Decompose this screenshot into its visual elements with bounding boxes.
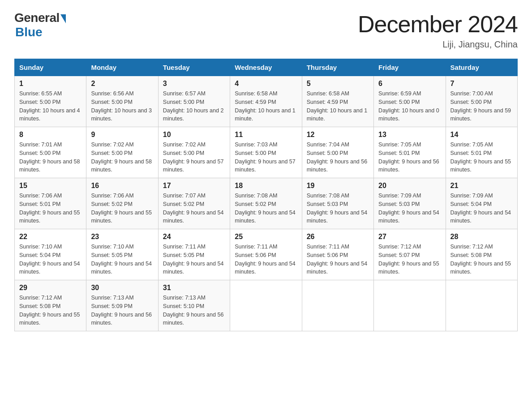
calendar-cell: 23 Sunrise: 7:10 AMSunset: 5:05 PMDaylig… xyxy=(86,229,158,280)
calendar-cell: 7 Sunrise: 7:00 AMSunset: 5:00 PMDayligh… xyxy=(446,76,517,127)
day-info: Sunrise: 7:09 AMSunset: 5:03 PMDaylight:… xyxy=(378,192,441,225)
day-number: 14 xyxy=(450,131,513,139)
calendar-cell: 21 Sunrise: 7:09 AMSunset: 5:04 PMDaylig… xyxy=(446,178,517,229)
day-info: Sunrise: 6:55 AMSunset: 5:00 PMDaylight:… xyxy=(19,90,82,123)
calendar-cell: 9 Sunrise: 7:02 AMSunset: 5:00 PMDayligh… xyxy=(86,127,158,178)
calendar-cell: 18 Sunrise: 7:08 AMSunset: 5:02 PMDaylig… xyxy=(230,178,302,229)
calendar-cell xyxy=(230,280,302,331)
calendar-cell: 19 Sunrise: 7:08 AMSunset: 5:03 PMDaylig… xyxy=(302,178,373,229)
day-info: Sunrise: 7:11 AMSunset: 5:05 PMDaylight:… xyxy=(163,243,225,276)
day-info: Sunrise: 7:05 AMSunset: 5:01 PMDaylight:… xyxy=(450,141,513,174)
calendar-cell: 22 Sunrise: 7:10 AMSunset: 5:04 PMDaylig… xyxy=(15,229,86,280)
week-row-2: 8 Sunrise: 7:01 AMSunset: 5:00 PMDayligh… xyxy=(15,127,518,178)
day-number: 29 xyxy=(19,284,82,292)
calendar-cell: 17 Sunrise: 7:07 AMSunset: 5:02 PMDaylig… xyxy=(158,178,230,229)
day-number: 12 xyxy=(307,131,369,139)
calendar-cell xyxy=(302,280,373,331)
day-info: Sunrise: 7:10 AMSunset: 5:05 PMDaylight:… xyxy=(91,243,153,276)
header-thursday: Thursday xyxy=(302,59,373,76)
header-wednesday: Wednesday xyxy=(230,59,302,76)
day-number: 27 xyxy=(378,233,441,241)
day-info: Sunrise: 7:05 AMSunset: 5:01 PMDaylight:… xyxy=(378,141,441,174)
header-tuesday: Tuesday xyxy=(158,59,230,76)
day-info: Sunrise: 7:04 AMSunset: 5:00 PMDaylight:… xyxy=(307,141,369,174)
subtitle: Liji, Jiangsu, China xyxy=(358,39,518,50)
calendar-cell: 31 Sunrise: 7:13 AMSunset: 5:10 PMDaylig… xyxy=(158,280,230,331)
day-number: 31 xyxy=(163,284,225,292)
day-info: Sunrise: 7:02 AMSunset: 5:00 PMDaylight:… xyxy=(91,141,153,174)
calendar-cell: 26 Sunrise: 7:11 AMSunset: 5:06 PMDaylig… xyxy=(302,229,373,280)
main-title: December 2024 xyxy=(358,11,518,38)
header-monday: Monday xyxy=(86,59,158,76)
calendar-cell: 11 Sunrise: 7:03 AMSunset: 5:00 PMDaylig… xyxy=(230,127,302,178)
calendar-cell: 14 Sunrise: 7:05 AMSunset: 5:01 PMDaylig… xyxy=(446,127,517,178)
calendar-cell: 4 Sunrise: 6:58 AMSunset: 4:59 PMDayligh… xyxy=(230,76,302,127)
logo-arrow-icon xyxy=(60,14,66,23)
calendar-cell: 8 Sunrise: 7:01 AMSunset: 5:00 PMDayligh… xyxy=(15,127,86,178)
day-number: 9 xyxy=(91,131,153,139)
day-info: Sunrise: 7:11 AMSunset: 5:06 PMDaylight:… xyxy=(307,243,369,276)
day-info: Sunrise: 7:11 AMSunset: 5:06 PMDaylight:… xyxy=(235,243,297,276)
day-number: 5 xyxy=(307,80,369,88)
day-number: 6 xyxy=(378,80,441,88)
calendar-table: SundayMondayTuesdayWednesdayThursdayFrid… xyxy=(14,59,518,331)
calendar-cell: 27 Sunrise: 7:12 AMSunset: 5:07 PMDaylig… xyxy=(374,229,446,280)
day-number: 25 xyxy=(235,233,297,241)
header-friday: Friday xyxy=(374,59,446,76)
week-row-1: 1 Sunrise: 6:55 AMSunset: 5:00 PMDayligh… xyxy=(15,76,518,127)
day-number: 18 xyxy=(235,182,297,190)
day-info: Sunrise: 7:13 AMSunset: 5:09 PMDaylight:… xyxy=(91,294,153,327)
day-number: 7 xyxy=(450,80,513,88)
day-number: 21 xyxy=(450,182,513,190)
calendar-cell: 29 Sunrise: 7:12 AMSunset: 5:08 PMDaylig… xyxy=(15,280,86,331)
header-saturday: Saturday xyxy=(446,59,517,76)
day-info: Sunrise: 7:06 AMSunset: 5:01 PMDaylight:… xyxy=(19,192,82,225)
calendar-cell: 30 Sunrise: 7:13 AMSunset: 5:09 PMDaylig… xyxy=(86,280,158,331)
day-info: Sunrise: 7:08 AMSunset: 5:03 PMDaylight:… xyxy=(307,192,369,225)
day-info: Sunrise: 7:02 AMSunset: 5:00 PMDaylight:… xyxy=(163,141,225,174)
week-row-5: 29 Sunrise: 7:12 AMSunset: 5:08 PMDaylig… xyxy=(15,280,518,331)
calendar-cell: 13 Sunrise: 7:05 AMSunset: 5:01 PMDaylig… xyxy=(374,127,446,178)
logo-blue-text: Blue xyxy=(15,25,43,39)
day-number: 24 xyxy=(163,233,225,241)
day-info: Sunrise: 7:00 AMSunset: 5:00 PMDaylight:… xyxy=(450,90,513,123)
calendar-cell: 24 Sunrise: 7:11 AMSunset: 5:05 PMDaylig… xyxy=(158,229,230,280)
day-info: Sunrise: 6:59 AMSunset: 5:00 PMDaylight:… xyxy=(378,90,441,123)
day-number: 3 xyxy=(163,80,225,88)
day-info: Sunrise: 7:12 AMSunset: 5:08 PMDaylight:… xyxy=(450,243,513,276)
day-number: 8 xyxy=(19,131,82,139)
calendar-cell: 15 Sunrise: 7:06 AMSunset: 5:01 PMDaylig… xyxy=(15,178,86,229)
day-number: 20 xyxy=(378,182,441,190)
header-sunday: Sunday xyxy=(15,59,86,76)
calendar-cell: 20 Sunrise: 7:09 AMSunset: 5:03 PMDaylig… xyxy=(374,178,446,229)
day-number: 10 xyxy=(163,131,225,139)
calendar-cell xyxy=(446,280,517,331)
logo-general-text: General xyxy=(14,11,60,25)
day-info: Sunrise: 7:03 AMSunset: 5:00 PMDaylight:… xyxy=(235,141,297,174)
day-info: Sunrise: 7:13 AMSunset: 5:10 PMDaylight:… xyxy=(163,294,225,327)
calendar-cell: 10 Sunrise: 7:02 AMSunset: 5:00 PMDaylig… xyxy=(158,127,230,178)
calendar-cell: 25 Sunrise: 7:11 AMSunset: 5:06 PMDaylig… xyxy=(230,229,302,280)
calendar-header-row: SundayMondayTuesdayWednesdayThursdayFrid… xyxy=(15,59,518,76)
title-section: December 2024 Liji, Jiangsu, China xyxy=(358,11,518,50)
day-number: 13 xyxy=(378,131,441,139)
day-info: Sunrise: 7:08 AMSunset: 5:02 PMDaylight:… xyxy=(235,192,297,225)
day-number: 26 xyxy=(307,233,369,241)
day-info: Sunrise: 7:09 AMSunset: 5:04 PMDaylight:… xyxy=(450,192,513,225)
calendar-cell xyxy=(374,280,446,331)
day-number: 4 xyxy=(235,80,297,88)
logo: General Blue xyxy=(14,11,66,39)
day-number: 30 xyxy=(91,284,153,292)
day-number: 15 xyxy=(19,182,82,190)
day-info: Sunrise: 7:12 AMSunset: 5:08 PMDaylight:… xyxy=(19,294,82,327)
day-info: Sunrise: 7:06 AMSunset: 5:02 PMDaylight:… xyxy=(91,192,153,225)
page-header: General Blue December 2024 Liji, Jiangsu… xyxy=(14,11,518,50)
day-number: 22 xyxy=(19,233,82,241)
day-info: Sunrise: 6:56 AMSunset: 5:00 PMDaylight:… xyxy=(91,90,153,123)
day-number: 19 xyxy=(307,182,369,190)
day-info: Sunrise: 6:57 AMSunset: 5:00 PMDaylight:… xyxy=(163,90,225,123)
calendar-cell: 16 Sunrise: 7:06 AMSunset: 5:02 PMDaylig… xyxy=(86,178,158,229)
calendar-cell: 3 Sunrise: 6:57 AMSunset: 5:00 PMDayligh… xyxy=(158,76,230,127)
day-info: Sunrise: 6:58 AMSunset: 4:59 PMDaylight:… xyxy=(307,90,369,123)
calendar-cell: 2 Sunrise: 6:56 AMSunset: 5:00 PMDayligh… xyxy=(86,76,158,127)
